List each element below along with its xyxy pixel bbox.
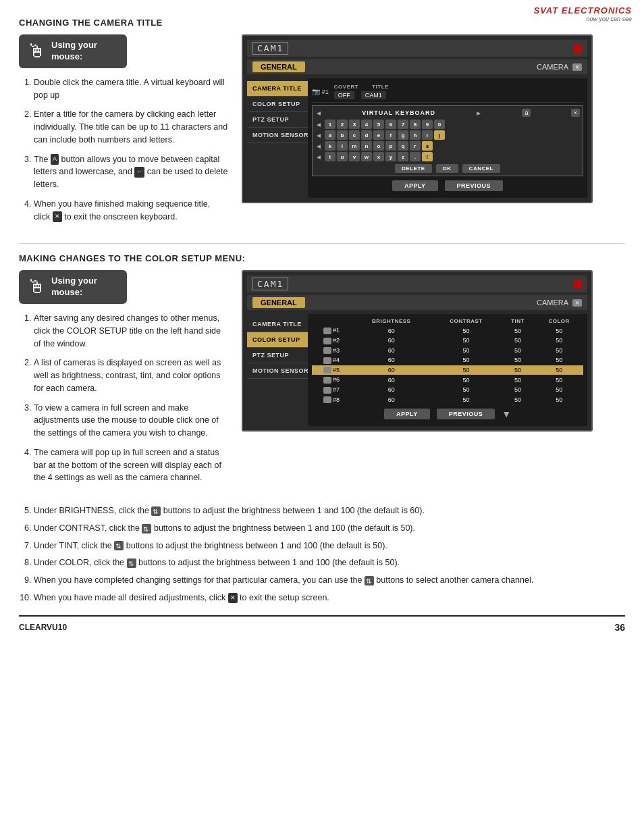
tint-cell[interactable]: 50 <box>501 365 535 375</box>
general-tab-2[interactable]: GENERAL <box>252 297 305 308</box>
brightness-cell[interactable]: 60 <box>351 385 431 395</box>
key-c[interactable]: c <box>349 130 360 140</box>
tint-cell[interactable]: 50 <box>501 375 535 385</box>
key-i[interactable]: i <box>422 130 433 140</box>
color-cell[interactable]: 50 <box>535 346 583 356</box>
contrast-cell[interactable]: 50 <box>431 375 501 385</box>
tint-cell[interactable]: 50 <box>501 385 535 395</box>
tint-cell[interactable]: 50 <box>501 336 535 346</box>
key-b[interactable]: b <box>337 130 348 140</box>
key-a[interactable]: a <box>325 130 336 140</box>
sidebar2-color-setup[interactable]: COLOR SETUP <box>247 332 308 348</box>
color-cell[interactable]: 50 <box>535 355 583 365</box>
key-excl[interactable]: ! <box>422 152 433 161</box>
contrast-cell[interactable]: 50 <box>431 385 501 395</box>
key-q[interactable]: q <box>398 141 408 151</box>
page-container: SVAT ELECTRONICS now you can see CHANGIN… <box>0 0 644 645</box>
sidebar2-camera-title[interactable]: CAMERA TITLE <box>247 317 308 332</box>
key-v[interactable]: v <box>349 152 360 161</box>
color-cell[interactable]: 50 <box>535 336 583 346</box>
brightness-cell[interactable]: 60 <box>351 355 431 365</box>
contrast-cell[interactable]: 50 <box>431 365 501 375</box>
sidebar-ptz-setup-1[interactable]: PTZ SETUP <box>247 112 308 128</box>
brightness-cell[interactable]: 60 <box>351 395 431 405</box>
color-cell[interactable]: 50 <box>535 325 583 336</box>
contrast-cell[interactable]: 50 <box>431 346 501 356</box>
brightness-cell[interactable]: 60 <box>351 336 431 346</box>
sidebar2-ptz-setup[interactable]: PTZ SETUP <box>247 348 308 363</box>
contrast-cell[interactable]: 50 <box>431 355 501 365</box>
contrast-cell[interactable]: 50 <box>431 325 501 336</box>
key-h[interactable]: h <box>410 130 421 140</box>
contrast-spinner[interactable] <box>142 524 151 533</box>
key-7[interactable]: 7 <box>398 120 408 129</box>
key-t[interactable]: t <box>325 152 336 161</box>
key-3[interactable]: 3 <box>349 120 360 129</box>
key-2[interactable]: 2 <box>337 120 348 129</box>
key-z[interactable]: z <box>398 152 408 161</box>
exit-icon-2[interactable]: ✕ <box>228 593 238 604</box>
key-1[interactable]: 1 <box>325 120 336 129</box>
key-r[interactable]: r <box>410 141 421 151</box>
key-n[interactable]: n <box>361 141 372 151</box>
key-j[interactable]: j <box>434 130 445 140</box>
sidebar-color-setup-1[interactable]: COLOR SETUP <box>247 97 308 112</box>
color-cell[interactable]: 50 <box>535 375 583 385</box>
key-d[interactable]: d <box>361 130 372 140</box>
tint-cell[interactable]: 50 <box>501 355 535 365</box>
key-5[interactable]: 5 <box>373 120 384 129</box>
key-s[interactable]: s <box>422 141 433 151</box>
key-w[interactable]: w <box>361 152 372 161</box>
close-btn-2[interactable]: × <box>572 299 582 307</box>
apply-btn-1[interactable]: APPLY <box>392 180 438 191</box>
vkb-close-btn[interactable]: × <box>571 109 580 117</box>
close-btn-1[interactable]: × <box>572 63 582 71</box>
sidebar-motion-sensor-1[interactable]: MOTION SENSOR <box>247 128 308 143</box>
key-dot[interactable]: . <box>410 152 421 161</box>
key-u[interactable]: u <box>337 152 348 161</box>
brightness-cell[interactable]: 60 <box>351 375 431 385</box>
key-o[interactable]: o <box>373 141 384 151</box>
sidebar2-motion-sensor[interactable]: MOTION SENSOR <box>247 363 308 379</box>
apply-btn-2[interactable]: APPLY <box>384 409 430 419</box>
key-6[interactable]: 6 <box>385 120 396 129</box>
key-f[interactable]: f <box>385 130 396 140</box>
tint-cell[interactable]: 50 <box>501 346 535 356</box>
key-y[interactable]: y <box>385 152 396 161</box>
delete-button[interactable]: DELETE <box>395 164 432 173</box>
contrast-cell[interactable]: 50 <box>431 395 501 405</box>
color-spinner[interactable] <box>127 558 136 568</box>
key-x[interactable]: x <box>373 152 384 161</box>
brightness-cell[interactable]: 60 <box>351 325 431 336</box>
sidebar-camera-title-1[interactable]: CAMERA TITLE <box>247 81 308 97</box>
key-l[interactable]: l <box>337 141 348 151</box>
brightness-spinner[interactable] <box>151 506 161 516</box>
tint-cell[interactable]: 50 <box>501 395 535 405</box>
tint-spinner[interactable] <box>114 541 124 550</box>
key-m[interactable]: m <box>349 141 360 151</box>
cam-icon <box>323 347 331 354</box>
channel-spinner[interactable] <box>365 576 374 585</box>
key-p[interactable]: p <box>385 141 396 151</box>
vkb-a-button[interactable]: a <box>522 109 531 117</box>
previous-btn-2[interactable]: PREVIOUS <box>437 409 495 419</box>
key-9[interactable]: 9 <box>422 120 433 129</box>
key-0[interactable]: 0 <box>434 120 445 129</box>
color-cell[interactable]: 50 <box>535 395 583 405</box>
general-tab-1[interactable]: GENERAL <box>252 61 305 72</box>
key-g[interactable]: g <box>398 130 408 140</box>
previous-btn-1[interactable]: PREVIOUS <box>445 180 504 191</box>
brightness-cell[interactable]: 60 <box>351 365 431 375</box>
key-4[interactable]: 4 <box>361 120 372 129</box>
key-e[interactable]: e <box>373 130 384 140</box>
key-8[interactable]: 8 <box>410 120 421 129</box>
contrast-cell[interactable]: 50 <box>431 336 501 346</box>
brightness-cell[interactable]: 60 <box>351 346 431 356</box>
cancel-button[interactable]: CANCEL <box>462 164 500 173</box>
color-cell[interactable]: 50 <box>535 385 583 395</box>
tint-cell[interactable]: 50 <box>501 325 535 336</box>
cam-num-cell: #4 <box>312 355 351 365</box>
color-cell[interactable]: 50 <box>535 365 583 375</box>
ok-button[interactable]: OK <box>436 164 458 173</box>
key-k[interactable]: k <box>325 141 336 151</box>
